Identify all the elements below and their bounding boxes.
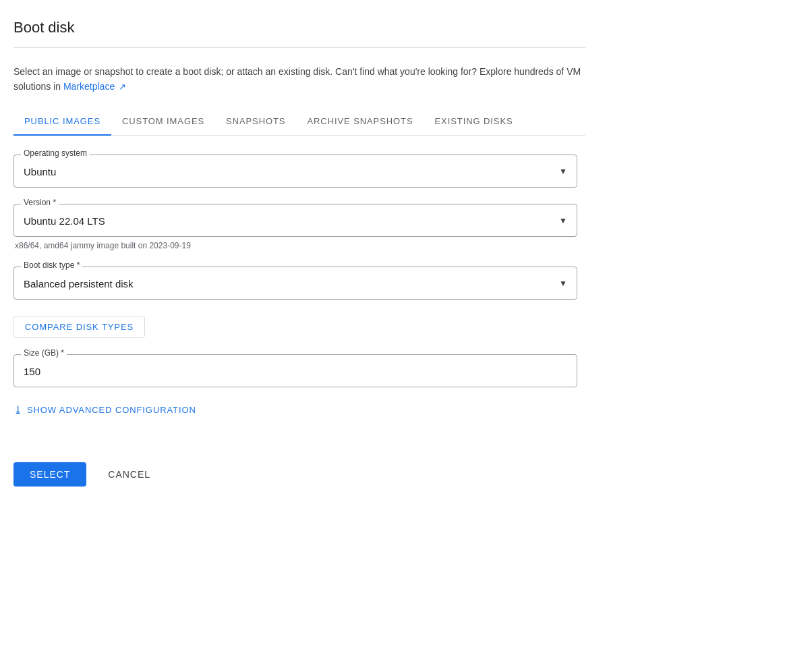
show-advanced-config[interactable]: ⤓ SHOW ADVANCED CONFIGURATION <box>13 404 577 416</box>
page-title: Boot disk <box>13 19 585 48</box>
size-gb-required-mark: * <box>61 348 64 358</box>
tabs-bar: PUBLIC IMAGES CUSTOM IMAGES SNAPSHOTS AR… <box>13 108 585 136</box>
boot-disk-type-select[interactable]: Balanced persistent disk Standard persis… <box>14 267 577 299</box>
operating-system-field-wrapper: Operating system Ubuntu Debian CentOS Wi… <box>13 155 577 188</box>
chevron-down-icon: ⤓ <box>13 404 23 416</box>
boot-disk-type-field-wrapper: Boot disk type * Balanced persistent dis… <box>13 267 577 300</box>
version-select[interactable]: Ubuntu 22.04 LTS Ubuntu 20.04 LTS Ubuntu… <box>14 204 577 236</box>
size-gb-label: Size (GB) * <box>21 348 67 358</box>
version-group: Version * Ubuntu 22.04 LTS Ubuntu 20.04 … <box>13 204 577 250</box>
tab-archive-snapshots[interactable]: ARCHIVE SNAPSHOTS <box>296 108 424 136</box>
marketplace-link[interactable]: Marketplace ↗ <box>63 81 126 92</box>
boot-disk-type-select-wrapper: Balanced persistent disk Standard persis… <box>14 267 577 299</box>
size-gb-group: Size (GB) * <box>13 354 577 387</box>
version-select-wrapper: Ubuntu 22.04 LTS Ubuntu 20.04 LTS Ubuntu… <box>14 204 577 236</box>
select-button[interactable]: SELECT <box>13 462 86 487</box>
operating-system-select-wrapper: Ubuntu Debian CentOS Windows Server ▼ <box>14 155 577 187</box>
compare-disk-types-button[interactable]: COMPARE DISK TYPES <box>13 316 145 338</box>
version-hint: x86/64, amd64 jammy image built on 2023-… <box>13 241 577 250</box>
size-gb-input[interactable] <box>14 355 577 387</box>
boot-disk-type-group: Boot disk type * Balanced persistent dis… <box>13 267 577 300</box>
external-link-icon: ↗ <box>119 80 126 94</box>
size-gb-field-wrapper: Size (GB) * <box>13 354 577 387</box>
form-section: Operating system Ubuntu Debian CentOS Wi… <box>13 155 577 487</box>
cancel-button[interactable]: CANCEL <box>103 462 156 487</box>
action-bar: SELECT CANCEL <box>13 457 577 487</box>
tab-snapshots[interactable]: SNAPSHOTS <box>215 108 296 136</box>
tab-existing-disks[interactable]: EXISTING DISKS <box>424 108 524 136</box>
operating-system-group: Operating system Ubuntu Debian CentOS Wi… <box>13 155 577 188</box>
show-advanced-label: SHOW ADVANCED CONFIGURATION <box>27 405 196 415</box>
operating-system-select[interactable]: Ubuntu Debian CentOS Windows Server <box>14 155 577 187</box>
page-description: Select an image or snapshot to create a … <box>13 64 585 94</box>
tab-public-images[interactable]: PUBLIC IMAGES <box>13 108 111 136</box>
tab-custom-images[interactable]: CUSTOM IMAGES <box>111 108 215 136</box>
version-field-wrapper: Version * Ubuntu 22.04 LTS Ubuntu 20.04 … <box>13 204 577 237</box>
